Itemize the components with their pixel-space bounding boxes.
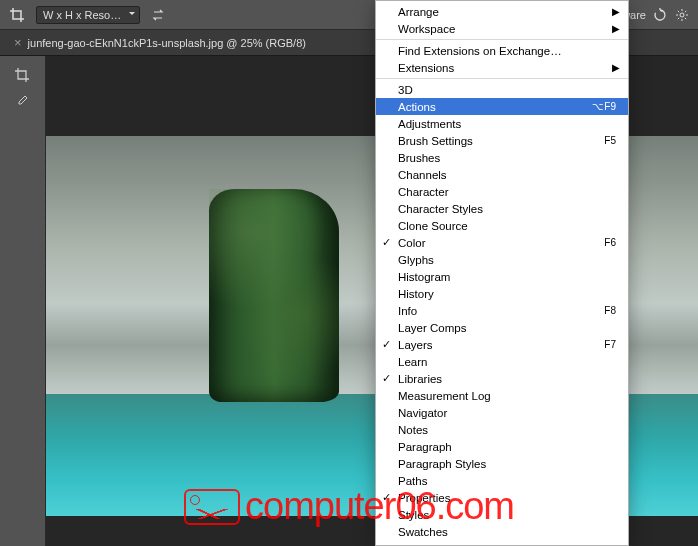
menu-item-label: 3D bbox=[398, 84, 413, 96]
shortcut-label: F7 bbox=[604, 339, 616, 350]
menu-item-label: Layer Comps bbox=[398, 322, 466, 334]
shortcut-label: ⌥F9 bbox=[592, 101, 616, 112]
menu-item-label: Properties bbox=[398, 492, 450, 504]
menu-item[interactable]: Channels bbox=[376, 166, 628, 183]
menu-item[interactable]: Navigator bbox=[376, 404, 628, 421]
menu-item-label: Paths bbox=[398, 475, 427, 487]
menu-item[interactable]: Extensions▶ bbox=[376, 59, 628, 76]
crop-preset-dropdown[interactable]: W x H x Reso… bbox=[36, 6, 140, 24]
menu-item-label: Character bbox=[398, 186, 449, 198]
menu-item-label: Histogram bbox=[398, 271, 450, 283]
menu-item-label: Navigator bbox=[398, 407, 447, 419]
menu-item[interactable]: ✓Properties bbox=[376, 489, 628, 506]
close-tab-icon[interactable]: × bbox=[14, 35, 22, 50]
menu-item[interactable]: Character bbox=[376, 183, 628, 200]
menu-item[interactable]: Layer Comps bbox=[376, 319, 628, 336]
menu-item-label: Adjustments bbox=[398, 118, 461, 130]
menu-item[interactable]: Brushes bbox=[376, 149, 628, 166]
shortcut-label: F6 bbox=[604, 237, 616, 248]
menu-item[interactable]: Styles bbox=[376, 506, 628, 523]
menu-item[interactable]: Histogram bbox=[376, 268, 628, 285]
menu-item[interactable]: 3D bbox=[376, 81, 628, 98]
menu-item[interactable]: Adjustments bbox=[376, 115, 628, 132]
menu-item[interactable]: ✓ColorF6 bbox=[376, 234, 628, 251]
shortcut-label: F5 bbox=[604, 135, 616, 146]
menu-item[interactable]: Arrange▶ bbox=[376, 3, 628, 20]
menu-item-label: Brushes bbox=[398, 152, 440, 164]
shortcut-label: F8 bbox=[604, 305, 616, 316]
document-tab[interactable]: × junfeng-gao-cEknN1ckP1s-unsplash.jpg @… bbox=[4, 30, 316, 55]
submenu-arrow-icon: ▶ bbox=[612, 6, 620, 17]
menu-item-label: Paragraph bbox=[398, 441, 452, 453]
menu-item[interactable]: Swatches bbox=[376, 523, 628, 540]
window-menu: Arrange▶Workspace▶Find Extensions on Exc… bbox=[375, 0, 629, 546]
menu-item-label: Styles bbox=[398, 509, 429, 521]
settings-gear-icon[interactable] bbox=[674, 7, 690, 23]
menu-item[interactable]: ✓Timeline bbox=[376, 540, 628, 546]
menu-item[interactable]: Learn bbox=[376, 353, 628, 370]
menu-item-label: Find Extensions on Exchange… bbox=[398, 45, 562, 57]
menu-item-label: Arrange bbox=[398, 6, 439, 18]
menu-item-label: Extensions bbox=[398, 62, 454, 74]
menu-item[interactable]: InfoF8 bbox=[376, 302, 628, 319]
menu-item[interactable]: Paragraph Styles bbox=[376, 455, 628, 472]
menu-item-label: Measurement Log bbox=[398, 390, 491, 402]
menu-item[interactable]: Actions⌥F9 bbox=[376, 98, 628, 115]
menu-item-label: Libraries bbox=[398, 373, 442, 385]
eyedropper-tool-icon[interactable] bbox=[4, 90, 40, 116]
menu-item[interactable]: Brush SettingsF5 bbox=[376, 132, 628, 149]
menu-item-label: Brush Settings bbox=[398, 135, 473, 147]
menu-item[interactable]: Paths bbox=[376, 472, 628, 489]
menu-item[interactable]: Glyphs bbox=[376, 251, 628, 268]
menu-item-label: Learn bbox=[398, 356, 427, 368]
menu-item-label: History bbox=[398, 288, 434, 300]
toolbox bbox=[0, 56, 46, 546]
menu-item-label: Swatches bbox=[398, 526, 448, 538]
menu-item[interactable]: ✓Libraries bbox=[376, 370, 628, 387]
menu-item-label: Timeline bbox=[398, 543, 441, 547]
swap-dimensions-icon[interactable] bbox=[150, 7, 166, 23]
crop-tool-icon[interactable] bbox=[8, 6, 26, 24]
menu-item-label: Workspace bbox=[398, 23, 455, 35]
menu-item[interactable]: Notes bbox=[376, 421, 628, 438]
svg-point-0 bbox=[680, 13, 684, 17]
menu-item-label: Color bbox=[398, 237, 425, 249]
menu-item[interactable]: History bbox=[376, 285, 628, 302]
menu-item-label: Actions bbox=[398, 101, 436, 113]
reset-icon[interactable] bbox=[652, 7, 668, 23]
crop-tool-icon[interactable] bbox=[4, 62, 40, 88]
menu-item-label: Glyphs bbox=[398, 254, 434, 266]
menu-item-label: Clone Source bbox=[398, 220, 468, 232]
submenu-arrow-icon: ▶ bbox=[612, 23, 620, 34]
menu-item[interactable]: Paragraph bbox=[376, 438, 628, 455]
menu-item-label: Character Styles bbox=[398, 203, 483, 215]
menu-item[interactable]: Measurement Log bbox=[376, 387, 628, 404]
menu-item[interactable]: Find Extensions on Exchange… bbox=[376, 42, 628, 59]
menu-item[interactable]: Workspace▶ bbox=[376, 20, 628, 37]
menu-item[interactable]: Character Styles bbox=[376, 200, 628, 217]
menu-item-label: Notes bbox=[398, 424, 428, 436]
menu-item-label: Channels bbox=[398, 169, 447, 181]
menu-item-label: Info bbox=[398, 305, 417, 317]
menu-item[interactable]: ✓LayersF7 bbox=[376, 336, 628, 353]
submenu-arrow-icon: ▶ bbox=[612, 62, 620, 73]
menu-item-label: Paragraph Styles bbox=[398, 458, 486, 470]
menu-item[interactable]: Clone Source bbox=[376, 217, 628, 234]
document-title: junfeng-gao-cEknN1ckP1s-unsplash.jpg @ 2… bbox=[28, 37, 306, 49]
photoshop-window: W x H x Reso… px/in Clear ontent-Aware ×… bbox=[0, 0, 698, 546]
menu-item-label: Layers bbox=[398, 339, 433, 351]
